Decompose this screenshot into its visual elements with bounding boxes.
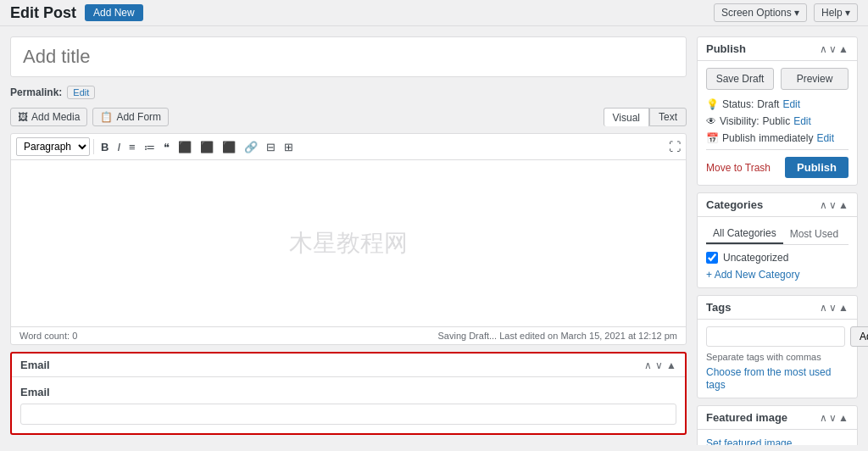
add-media-button[interactable]: 🖼 Add Media [10,108,87,126]
email-metabox: Email ∧ ∨ ▲ Email [10,352,687,435]
italic-button[interactable]: I [114,139,124,155]
tags-close-button[interactable]: ▲ [838,302,849,314]
visibility-label: Visibility: [720,115,759,127]
lightbulb-icon: 💡 [706,98,719,110]
word-count: Word count: 0 [19,331,77,341]
editor-meta-left: 🖼 Add Media 📋 Add Form [10,108,169,126]
email-metabox-close-button[interactable]: ▲ [666,359,676,371]
view-tabs: Visual Text [604,108,687,126]
categories-box-header: Categories ∧ ∨ ▲ [698,193,857,217]
preview-button[interactable]: Preview [781,68,849,90]
publish-footer: Move to Trash Publish [706,149,849,178]
publish-box-close-button[interactable]: ▲ [838,43,849,55]
top-bar-left: Edit Post Add New [10,4,143,22]
permalink-label: Permalink: [10,86,62,98]
visibility-edit-link[interactable]: Edit [793,115,811,127]
tags-input[interactable] [706,326,845,347]
publish-time-row: 📅 Publish immediately Edit [706,132,849,144]
email-metabox-header: Email ∧ ∨ ▲ [12,354,685,377]
more-button[interactable]: ⊟ [263,139,279,155]
title-input[interactable] [10,36,687,77]
top-bar: Edit Post Add New Screen Options ▾ Help … [0,0,868,26]
email-field-input[interactable] [20,404,676,425]
publish-time-label: Publish [722,132,755,144]
set-featured-image-link[interactable]: Set featured image [706,437,792,445]
featured-image-box-controls: ∧ ∨ ▲ [820,412,849,424]
email-metabox-controls: ∧ ∨ ▲ [644,359,676,371]
email-metabox-down-button[interactable]: ∨ [655,359,663,371]
editor-box: Paragraph B I ≡ ≔ ❝ ⬛ ⬛ ⬛ 🔗 ⊟ ⊞ ⛶ 木星教程网 … [10,133,687,345]
categories-close-button[interactable]: ▲ [838,199,849,211]
add-media-label: Add Media [31,111,80,123]
category-tabs: All Categories Most Used [706,224,849,245]
all-categories-tab[interactable]: All Categories [706,224,783,244]
tags-box-title: Tags [706,301,731,314]
status-edit-link[interactable]: Edit [782,98,800,110]
add-new-button[interactable]: Add New [85,4,143,21]
permalink-row: Permalink: Edit [10,84,687,101]
categories-box: Categories ∧ ∨ ▲ All Categories Most Use… [697,192,858,288]
featured-image-box-body: Set featured image [698,430,857,445]
page-title: Edit Post [10,4,76,22]
calendar-icon: 📅 [706,132,719,144]
screen-options-button[interactable]: Screen Options ▾ [714,3,807,22]
help-button[interactable]: Help ▾ [814,3,858,22]
tags-box: Tags ∧ ∨ ▲ Add Separate tags with commas… [697,295,858,398]
email-field-label: Email [20,386,676,398]
tags-up-button[interactable]: ∧ [820,302,827,314]
editor-content[interactable]: 木星教程网 [11,160,686,326]
featured-image-down-button[interactable]: ∨ [829,412,837,424]
categories-up-button[interactable]: ∧ [820,199,827,211]
most-used-tab[interactable]: Most Used [783,224,845,244]
publish-box-up-button[interactable]: ∧ [820,43,827,55]
most-used-tags-link[interactable]: Choose from the most used tags [706,366,831,391]
tags-input-row: Add [706,326,849,347]
add-category-link[interactable]: + Add New Category [706,269,849,281]
featured-image-up-button[interactable]: ∧ [820,412,827,424]
publish-time-edit-link[interactable]: Edit [816,132,834,144]
format-select[interactable]: Paragraph [16,137,90,156]
unordered-list-button[interactable]: ≡ [125,139,139,155]
categories-down-button[interactable]: ∨ [829,199,837,211]
add-tag-button[interactable]: Add [850,326,868,347]
form-icon: 📋 [100,111,113,123]
align-center-button[interactable]: ⬛ [197,139,217,155]
publish-box-down-button[interactable]: ∨ [829,43,837,55]
editor-toolbar: Paragraph B I ≡ ≔ ❝ ⬛ ⬛ ⬛ 🔗 ⊟ ⊞ ⛶ [11,134,686,160]
tags-down-button[interactable]: ∨ [829,302,837,314]
bold-button[interactable]: B [97,139,112,155]
save-draft-button[interactable]: Save Draft [706,68,774,90]
publish-box: Publish ∧ ∨ ▲ Save Draft Preview 💡 Statu… [697,36,858,186]
email-metabox-up-button[interactable]: ∧ [644,359,652,371]
tags-box-header: Tags ∧ ∨ ▲ [698,296,857,320]
uncategorized-checkbox[interactable] [706,252,718,264]
text-tab[interactable]: Text [649,108,687,126]
featured-image-close-button[interactable]: ▲ [838,412,849,424]
camera-icon: 🖼 [18,111,28,123]
publish-time-value: immediately [759,132,813,144]
blockquote-button[interactable]: ❝ [160,139,173,155]
toolbar-expand-button[interactable]: ⛶ [669,140,681,153]
permalink-edit-button[interactable]: Edit [67,86,95,99]
status-row: 💡 Status: Draft Edit [706,98,849,110]
main-layout: Permalink: Edit 🖼 Add Media 📋 Add Form V… [0,26,868,445]
add-form-button[interactable]: 📋 Add Form [92,108,169,126]
eye-icon: 👁 [706,115,716,127]
add-form-label: Add Form [116,111,161,123]
visual-tab[interactable]: Visual [604,108,649,126]
link-button[interactable]: 🔗 [241,139,261,155]
publish-box-controls: ∧ ∨ ▲ [820,43,849,55]
publish-box-title: Publish [706,42,746,55]
sidebar: Publish ∧ ∨ ▲ Save Draft Preview 💡 Statu… [697,36,858,435]
publish-button[interactable]: Publish [785,157,849,178]
tags-box-body: Add Separate tags with commas Choose fro… [698,320,857,398]
move-to-trash-link[interactable]: Move to Trash [706,162,771,174]
email-metabox-body: Email [12,377,685,433]
align-right-button[interactable]: ⬛ [219,139,239,155]
saving-status: Saving Draft... Last edited on March 15,… [437,331,677,341]
fullscreen-button[interactable]: ⊞ [281,139,297,155]
align-left-button[interactable]: ⬛ [175,139,195,155]
publish-box-actions: Save Draft Preview [706,68,849,90]
publish-box-header: Publish ∧ ∨ ▲ [698,37,857,61]
ordered-list-button[interactable]: ≔ [141,139,159,155]
